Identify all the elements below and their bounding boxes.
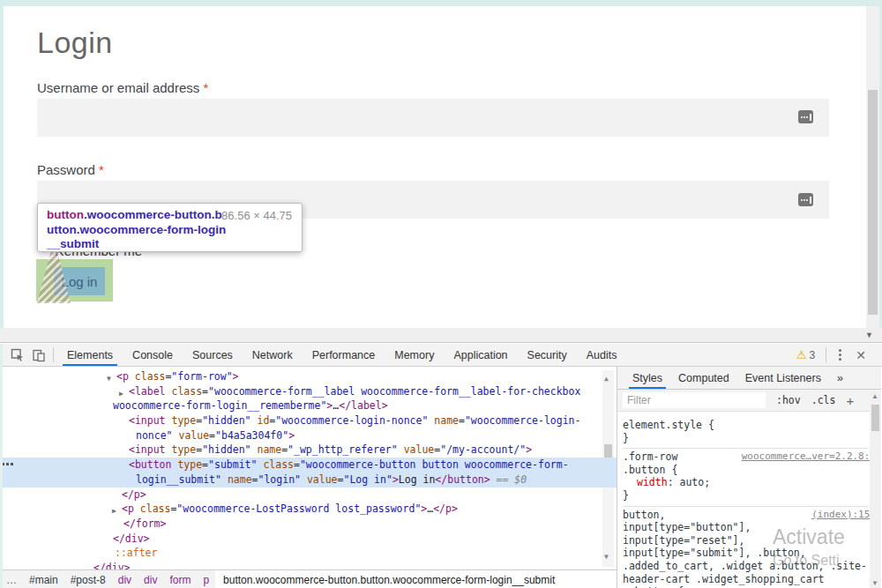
inspect-tooltip: button.woocommerce-button.b 86.56 × 44.7… [37,203,303,252]
dom-tree-line[interactable]: <input type="hidden" name="_wp_http_refe… [0,443,617,458]
sidebar-tab-bar: StylesComputedEvent Listeners» [617,367,881,390]
cls-toggle[interactable]: .cls [811,394,836,406]
warning-count[interactable]: 3 [810,349,816,361]
css-selector: element.style { [623,419,714,431]
dom-tree-line[interactable]: woocommerce-form-login__rememberme">…</l… [0,398,617,413]
password-manager-icon[interactable] [798,110,813,123]
dom-tree-line[interactable]: login__submit" name="login" value="Log i… [0,473,617,488]
devtools-tab-network[interactable]: Network [243,344,303,366]
styles-filter-input[interactable] [623,392,766,408]
css-selector: .form-row [623,450,677,463]
devtools-tab-console[interactable]: Console [123,344,183,366]
css-selector: .button { [623,464,677,476]
stylesheet-source-link[interactable]: woocommerce…ver=2.2.8:1 [742,450,876,464]
css-selector: input[type="submit"], .button, [623,547,806,559]
password-label: Password * [37,162,104,177]
styles-scrollbar[interactable]: ▲ ▼ [870,391,881,588]
css-rule[interactable]: button,(index):155input[type="button"],i… [623,507,869,588]
css-rules-list: element.style {}.form-rowwoocommerce…ver… [617,412,881,588]
devtools-tab-bar: ElementsConsoleSourcesNetworkPerformance… [57,344,626,366]
css-selector: input[type="button"], [623,521,751,533]
hov-toggle[interactable]: :hov [776,394,801,406]
dom-tree-line[interactable]: ▶<label class="woocommerce-form__label w… [0,384,617,399]
dom-tree-line[interactable]: </p> [0,488,617,502]
scroll-down-icon[interactable]: ▼ [871,579,878,587]
sidebar-tabs-overflow-icon[interactable]: » [829,367,851,389]
toolbar-divider [53,347,54,362]
inspect-cursor-icon[interactable] [7,346,28,365]
warning-triangle-icon[interactable]: ⚠ [796,348,807,361]
page-scrollbar-thumb[interactable] [868,90,878,315]
required-asterisk: * [203,80,208,95]
devtools-panel: ElementsConsoleSourcesNetworkPerformance… [0,344,882,588]
styles-sidebar: StylesComputedEvent Listeners» :hov .cls… [617,367,881,588]
tooltip-dimensions: 86.56 × 44.75 [221,209,292,224]
window-frame-edge [0,344,3,588]
css-rule[interactable]: element.style {} [623,417,869,449]
stylesheet-source-link[interactable]: (index):155 [811,509,876,522]
styles-scrollbar-thumb[interactable] [871,405,879,431]
browser-page-viewport: Login Username or email address * Passwo… [0,0,882,328]
breadcrumb-item[interactable]: #main [23,570,64,588]
breadcrumb-item[interactable]: #post-8 [64,570,112,588]
page-scrollbar-bottom: ▼ [0,328,882,343]
dom-tree-line[interactable]: ▶<p class="woocommerce-LostPassword lost… [0,502,617,517]
tooltip-tag: button [47,208,84,221]
css-selector: button, [623,509,665,521]
dom-tree-line[interactable]: <input type="hidden" id="woocommerce-log… [0,413,617,428]
css-property-name[interactable]: width [637,476,668,488]
devtools-tab-sources[interactable]: Sources [183,344,243,366]
sidebar-tab-styles[interactable]: Styles [624,367,670,389]
dom-tree: ▲ ▼ ▼<p class="form-row">▶<label class="… [0,367,617,569]
close-icon[interactable]: ✕ [850,348,875,362]
dom-tree-line[interactable]: </form> [0,517,617,532]
breadcrumb-item[interactable]: div [112,570,138,588]
kebab-menu-icon[interactable] [830,349,850,361]
dom-breadcrumb: …#main#post-8divdivformpbutton.woocommer… [0,569,617,588]
elements-panel: ▲ ▼ ▼<p class="form-row">▶<label class="… [0,367,617,588]
css-selector: .added_to_cart, .widget a.button, .site- [623,560,867,572]
username-input[interactable] [37,99,829,137]
dom-tree-line[interactable]: </div> [0,532,617,547]
scroll-down-icon[interactable]: ▼ [865,331,873,339]
devtools-tab-audits[interactable]: Audits [577,344,627,366]
css-rule[interactable]: .form-rowwoocommerce…ver=2.2.8:1.button … [623,449,869,506]
sidebar-tab-event-listeners[interactable]: Event Listeners [737,367,829,389]
dom-tree-line[interactable]: nonce" value="b4a5a304f0"> [0,428,617,443]
dom-tree-line[interactable]: ::after [0,546,617,561]
css-selector: input[type="reset"], [623,534,744,547]
devtools-toolbar: ElementsConsoleSourcesNetworkPerformance… [0,344,882,367]
devtools-tab-security[interactable]: Security [518,344,577,366]
scroll-up-icon[interactable]: ▲ [871,392,878,400]
breadcrumb-item[interactable]: button.woocommerce-button.button.woocomm… [215,570,617,588]
breadcrumb-item[interactable]: form [163,570,197,588]
styles-filter-row: :hov .cls + [617,390,881,412]
new-style-rule-button[interactable]: + [846,393,854,408]
node-options-dots[interactable] [2,463,13,465]
breadcrumb-item[interactable]: div [138,570,163,588]
dom-tree-line[interactable]: <button type="submit" class="woocommerce… [0,458,617,473]
page-title: Login [37,26,113,60]
password-manager-icon[interactable] [798,193,813,206]
sidebar-tab-computed[interactable]: Computed [670,367,737,389]
toolbar-divider [826,347,826,362]
devtools-tab-memory[interactable]: Memory [385,344,444,366]
breadcrumb-item[interactable]: p [197,570,215,588]
username-label: Username or email address * [37,80,208,95]
css-selector: header-cart .widget_shopping_cart [623,573,824,585]
devtools-tab-application[interactable]: Application [444,344,517,366]
dom-tree-line[interactable]: ▼<p class="form-row"> [0,369,617,384]
device-toolbar-icon[interactable] [28,346,49,365]
css-property-value[interactable]: : auto; [668,476,710,488]
devtools-tab-elements[interactable]: Elements [57,344,123,366]
breadcrumb-item[interactable]: … [0,570,23,588]
required-asterisk: * [99,162,104,177]
dom-tree-line[interactable]: </div> [0,561,617,569]
devtools-tab-performance[interactable]: Performance [303,344,385,366]
